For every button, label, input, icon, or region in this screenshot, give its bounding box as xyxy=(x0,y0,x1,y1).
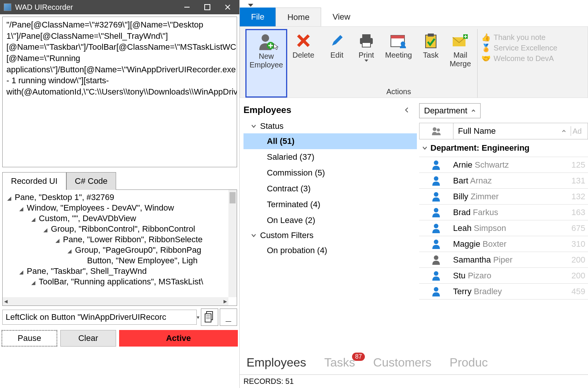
status-node[interactable]: Status xyxy=(243,119,417,133)
app-icon xyxy=(4,3,11,11)
uirecorder-window: WAD UIRecorder "/Pane[@ClassName=\"#3276… xyxy=(0,0,240,388)
name-cell: Brad Farkus xyxy=(453,208,571,217)
clipboard-check-icon xyxy=(424,31,438,51)
new-employee-button[interactable]: New Employee xyxy=(245,29,287,98)
name-cell: Billy Zimmer xyxy=(453,192,571,202)
status-item[interactable]: Commission (5) xyxy=(243,165,417,181)
table-row[interactable]: Arnie Schwartz125 xyxy=(419,157,588,173)
side-thank-you[interactable]: 👍Thank you note xyxy=(481,33,584,42)
svg-rect-18 xyxy=(362,43,371,47)
nav-tasks[interactable]: Tasks 87 xyxy=(324,356,355,370)
ribbon-tabs: File Home View xyxy=(240,8,588,26)
minimize-button[interactable] xyxy=(177,0,197,14)
tree-row[interactable]: ◢ ToolBar, "Running applications", MSTas… xyxy=(4,276,235,287)
mail-merge-button[interactable]: Mail Merge xyxy=(447,29,474,86)
filter-tree: Employees Status All (51)Salaried (37)Co… xyxy=(240,98,417,350)
name-cell: Stu Pizaro xyxy=(453,271,571,281)
tree-scrollbar-vertical[interactable] xyxy=(228,190,237,297)
name-cell: Samantha Piper xyxy=(453,255,571,265)
new-employee-label: New Employee xyxy=(250,52,283,69)
tab-file[interactable]: File xyxy=(240,8,276,26)
tree-row[interactable]: ◢ Pane, "Desktop 1", #32769 xyxy=(4,192,235,203)
print-button[interactable]: Print xyxy=(353,29,380,86)
xpath-output[interactable]: "/Pane[@ClassName=\"#32769\"][@Name=\"De… xyxy=(2,17,237,167)
calendar-person-icon xyxy=(390,31,407,51)
custom-filters-node[interactable]: Custom Filters xyxy=(243,228,417,243)
svg-point-38 xyxy=(434,271,438,276)
tab-csharp-code[interactable]: C# Code xyxy=(66,172,116,190)
table-row[interactable]: Billy Zimmer132 xyxy=(419,189,588,205)
tab-view[interactable]: View xyxy=(321,8,361,26)
side-welcome[interactable]: 🤝Welcome to DevA xyxy=(481,54,584,63)
person-icon xyxy=(419,208,453,217)
employee-grid: Department Full Name Ad Department: Engi… xyxy=(417,98,588,350)
ribbon-group-label: Actions xyxy=(386,86,411,98)
pause-button[interactable]: Pause xyxy=(2,330,57,347)
addr-cell: 131 xyxy=(571,176,588,186)
name-cell: Terry Bradley xyxy=(453,287,571,296)
svg-point-32 xyxy=(434,176,438,181)
close-button[interactable] xyxy=(217,0,238,14)
copy-button[interactable] xyxy=(201,309,218,326)
ribbon-group-actions: Edit Print Meeting Task Mail Merg xyxy=(320,29,478,98)
action-input[interactable] xyxy=(2,310,197,325)
nav-customers[interactable]: Customers xyxy=(373,356,432,370)
addr-cell: 125 xyxy=(571,160,588,170)
svg-point-33 xyxy=(434,192,438,197)
table-row[interactable]: Leah Simpson675 xyxy=(419,220,588,236)
nav-employees[interactable]: Employees xyxy=(247,356,306,370)
status-item[interactable]: Terminated (4) xyxy=(243,197,417,212)
delete-button[interactable]: Delete xyxy=(289,29,317,98)
tree-row[interactable]: ◢ Pane, "Lower Ribbon", RibbonSelecte xyxy=(4,234,235,245)
table-row[interactable]: Terry Bradley459 xyxy=(419,284,588,299)
tree-row[interactable]: ◢ Group, "RibbonControl", RibbonControl xyxy=(4,224,235,234)
status-item[interactable]: Contract (3) xyxy=(243,181,417,197)
table-row[interactable]: Brad Farkus163 xyxy=(419,205,588,220)
table-row[interactable]: Bart Arnaz131 xyxy=(419,173,588,189)
tree-row[interactable]: ◢ Pane, "Taskbar", Shell_TrayWnd xyxy=(4,266,235,276)
tab-recorded-ui[interactable]: Recorded UI xyxy=(2,172,66,190)
nav-products[interactable]: Produc xyxy=(450,356,488,370)
ribbon-collapse-icon[interactable] xyxy=(240,0,588,8)
custom-filter-item[interactable]: On probation (4) xyxy=(243,243,417,258)
status-item[interactable]: On Leave (2) xyxy=(243,212,417,228)
grid-header-fullname[interactable]: Full Name xyxy=(453,126,571,136)
tree-row[interactable]: ◢ Custom, "", DevAVDbView xyxy=(4,213,235,224)
chevron-up-icon xyxy=(562,130,566,133)
addr-cell: 459 xyxy=(571,287,588,296)
grid-header-icon[interactable] xyxy=(420,123,453,139)
meeting-button[interactable]: Meeting xyxy=(382,29,415,86)
task-button[interactable]: Task xyxy=(417,29,444,86)
status-item[interactable]: Salaried (37) xyxy=(243,149,417,165)
table-row[interactable]: Samantha Piper200 xyxy=(419,252,588,268)
delete-label: Delete xyxy=(292,51,314,60)
tree-row[interactable]: ◢ Group, "PageGroup0", RibbonPag xyxy=(4,245,235,255)
name-cell: Bart Arnaz xyxy=(453,176,571,186)
table-row[interactable]: Maggie Boxter310 xyxy=(419,236,588,252)
group-row[interactable]: Department: Engineering xyxy=(419,139,588,157)
maximize-button[interactable] xyxy=(197,0,217,14)
edit-button[interactable]: Edit xyxy=(323,29,351,86)
tree-scrollbar-horizontal[interactable]: ◀▶ xyxy=(3,297,228,306)
name-cell: Maggie Boxter xyxy=(453,239,571,249)
grid-header-address[interactable]: Ad xyxy=(571,127,588,136)
status-item[interactable]: All (51) xyxy=(243,133,417,149)
tab-home[interactable]: Home xyxy=(276,8,321,26)
chevron-down-icon xyxy=(251,124,256,128)
clear-button[interactable]: Clear xyxy=(60,330,116,347)
tree-row[interactable]: ◢ Window, "Employees - DevAV", Window xyxy=(4,203,235,213)
person-icon xyxy=(419,287,453,296)
tree-row[interactable]: Button, "New Employee", Ligh xyxy=(4,255,235,266)
table-row[interactable]: Stu Pizaro200 xyxy=(419,268,588,284)
minimize-action-button[interactable]: _ xyxy=(220,309,237,326)
edit-label: Edit xyxy=(331,51,343,60)
svg-point-30 xyxy=(437,128,440,131)
people-icon xyxy=(432,127,441,135)
status-bar: RECORDS: 51 xyxy=(240,374,588,388)
department-filter[interactable]: Department xyxy=(419,103,481,118)
side-service[interactable]: 🏅Service Excellence xyxy=(481,43,584,52)
collapse-icon[interactable] xyxy=(404,106,409,114)
svg-rect-24 xyxy=(428,34,434,37)
ui-tree[interactable]: ◢ Pane, "Desktop 1", #32769◢ Window, "Em… xyxy=(2,190,237,306)
svg-point-35 xyxy=(434,224,438,228)
